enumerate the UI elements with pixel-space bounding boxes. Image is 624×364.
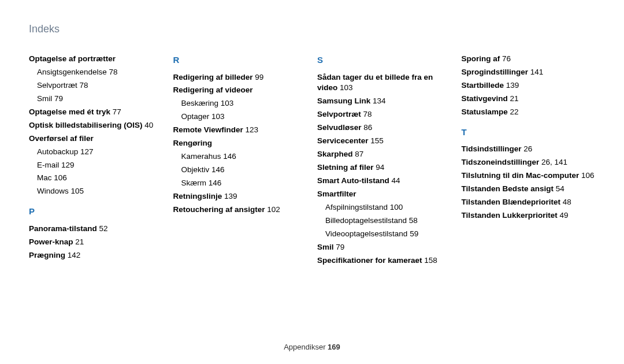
index-subentry: Windows 105 bbox=[29, 185, 163, 198]
column-4: Sporing af 76 Sprogindstillinger 141 Sta… bbox=[462, 53, 596, 268]
index-entry: Smil 79 bbox=[317, 241, 451, 254]
index-entry: Overførsel af filer bbox=[29, 132, 163, 146]
index-entry: Prægning 142 bbox=[29, 249, 163, 262]
index-subentry: Ansigtsgenkendelse 78 bbox=[29, 66, 163, 79]
footer-page-number: 169 bbox=[328, 343, 340, 351]
index-subentry: Videooptagelsestilstand 59 bbox=[317, 228, 451, 241]
index-letter-r: R bbox=[173, 53, 307, 68]
index-columns: Optagelse af portrætter Ansigtsgenkendel… bbox=[29, 53, 595, 268]
column-3: S Sådan tager du et billede fra en video… bbox=[317, 53, 451, 268]
index-entry: Retningslinje 139 bbox=[173, 190, 307, 203]
index-subentry: Smil 79 bbox=[29, 92, 163, 106]
index-entry: Rengøring bbox=[173, 137, 307, 150]
index-letter-t: T bbox=[462, 125, 596, 140]
index-entry: Redigering af billeder 99 bbox=[173, 71, 307, 84]
column-2: R Redigering af billeder 99 Redigering a… bbox=[173, 53, 307, 268]
index-entry: Tilstanden Bedste ansigt 54 bbox=[462, 183, 596, 196]
index-entry: Remote Viewfinder 123 bbox=[173, 124, 307, 137]
index-entry: Power-knap 21 bbox=[29, 236, 163, 249]
index-entry: Redigering af videoer bbox=[173, 84, 307, 97]
index-entry: Samsung Link 134 bbox=[317, 95, 451, 108]
index-entry: Servicecenter 155 bbox=[317, 135, 451, 148]
index-entry: Optisk billedstabilisering (OIS) 40 bbox=[29, 119, 163, 132]
page-footer: Appendikser 169 bbox=[0, 343, 624, 351]
index-entry: Sprogindstillinger 141 bbox=[462, 66, 596, 79]
index-letter-s: S bbox=[317, 53, 451, 68]
index-entry: Selvudløser 86 bbox=[317, 121, 451, 135]
index-entry: Startbillede 139 bbox=[462, 79, 596, 92]
index-entry: Statuslampe 22 bbox=[462, 106, 596, 119]
index-subentry: Kamerahus 146 bbox=[173, 150, 307, 164]
index-subentry: Afspilningstilstand 100 bbox=[317, 201, 451, 214]
index-letter-p: P bbox=[29, 204, 163, 219]
index-page: Indeks Optagelse af portrætter Ansigtsge… bbox=[0, 0, 624, 364]
index-entry: Skarphed 87 bbox=[317, 148, 451, 161]
index-subentry: Autobackup 127 bbox=[29, 146, 163, 159]
index-entry: Tidsindstillinger 26 bbox=[462, 143, 596, 156]
index-entry: Stativgevind 21 bbox=[462, 92, 596, 106]
index-entry: Optagelse med ét tryk 77 bbox=[29, 106, 163, 119]
index-entry: Selvportræt 78 bbox=[317, 108, 451, 121]
index-entry: Optagelse af portrætter bbox=[29, 53, 163, 66]
index-entry: Tidszoneindstillinger 26, 141 bbox=[462, 156, 596, 169]
index-subentry: Skærm 146 bbox=[173, 177, 307, 190]
index-subentry: Objektiv 146 bbox=[173, 164, 307, 177]
index-subentry: Mac 106 bbox=[29, 172, 163, 185]
index-entry: Panorama-tilstand 52 bbox=[29, 222, 163, 236]
index-entry: Tilstanden Blændeprioritet 48 bbox=[462, 196, 596, 209]
column-1: Optagelse af portrætter Ansigtsgenkendel… bbox=[29, 53, 163, 268]
index-entry: Retouchering af ansigter 102 bbox=[173, 203, 307, 217]
footer-section: Appendikser bbox=[284, 343, 325, 351]
index-entry: Sletning af filer 94 bbox=[317, 161, 451, 174]
index-entry: Smartfilter bbox=[317, 188, 451, 201]
page-header: Indeks bbox=[29, 23, 595, 35]
index-entry: Specifikationer for kameraet 158 bbox=[317, 254, 451, 268]
index-entry: Sporing af 76 bbox=[462, 53, 596, 66]
index-subentry: Billedoptagelsestilstand 58 bbox=[317, 214, 451, 228]
index-subentry: E-mail 129 bbox=[29, 159, 163, 172]
index-entry: Tilslutning til din Mac-computer 106 bbox=[462, 169, 596, 183]
index-subentry: Optager 103 bbox=[173, 110, 307, 124]
index-subentry: Beskæring 103 bbox=[173, 97, 307, 110]
index-entry: Smart Auto-tilstand 44 bbox=[317, 174, 451, 188]
index-entry: Tilstanden Lukkerprioritet 49 bbox=[462, 209, 596, 222]
index-subentry: Selvportræt 78 bbox=[29, 79, 163, 92]
